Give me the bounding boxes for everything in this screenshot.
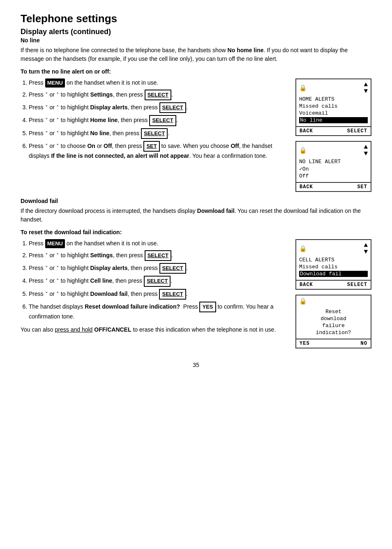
step-2-6: The handset displays Reset download fail…	[29, 302, 291, 321]
footer-back-2: BACK	[300, 184, 313, 190]
scroll-arrows-2: ▲▼	[364, 144, 368, 157]
phone-screen-3: 🔒 ▲▼ CELL ALERTS Missed calls Download f…	[295, 239, 371, 290]
set-key-1: SET	[143, 141, 159, 152]
menu-item-nla-title: NO LINE ALERT	[299, 159, 368, 165]
menu-item-failure: failure	[299, 323, 368, 329]
arrow-down-6: ˅	[45, 251, 48, 260]
yes-key: YES	[199, 302, 216, 312]
step-2-4: Press ˅ or ˄ to highlight Cell line, the…	[29, 276, 291, 286]
lock-icon-2: 🔒	[299, 147, 307, 155]
menu-items-3: CELL ALERTS Missed calls Download fail	[299, 257, 368, 277]
phone-footer-2: BACK SET	[296, 182, 371, 191]
arrow-up-4: ˄	[56, 129, 59, 138]
footer-select-1: SELECT	[347, 128, 367, 134]
scroll-arrows-3: ▲▼	[364, 242, 368, 255]
footer-back-1: BACK	[300, 128, 313, 134]
step-1-1: Press MENU on the handset when it is not…	[29, 78, 291, 88]
menu-item-indication: indication?	[299, 330, 368, 336]
arrow-up-5: ˄	[56, 142, 59, 150]
arrow-down-9: ˅	[45, 290, 48, 298]
select-key-7: SELECT	[144, 276, 171, 286]
menu-key-2: MENU	[45, 239, 65, 248]
footer-no-4: NO	[361, 341, 367, 346]
select-key-6: SELECT	[159, 263, 186, 274]
menu-item-missed-calls-2: Missed calls	[299, 264, 368, 270]
arrow-up-9: ˄	[56, 290, 59, 298]
arrow-up-6: ˄	[56, 251, 59, 260]
lock-icon-3: 🔒	[299, 245, 307, 253]
select-key-5: SELECT	[145, 250, 171, 261]
arrow-down-4: ˅	[45, 129, 48, 138]
step-2-2: Press ˅ or ˄ to highlight Settings, then…	[29, 250, 291, 261]
download-fail-description: If the directory download process is int…	[21, 207, 371, 224]
arrow-up-1: ˄	[56, 91, 59, 99]
phone-screen-2: 🔒 ▲▼ NO LINE ALERT ✓On Off BACK SET	[295, 141, 371, 192]
lock-icon-4: 🔒	[299, 298, 307, 305]
step-2-1: Press MENU on the handset when it is not…	[29, 239, 291, 248]
menu-items-1: HOME ALERTS Missed calls Voicemail No li…	[299, 96, 368, 123]
sub-title-no-line: No line	[21, 37, 371, 44]
off-cancel-key: OFF/CANCEL	[94, 326, 131, 333]
phone-screen-1: 🔒 ▲▼ HOME ALERTS Missed calls Voicemail …	[295, 78, 371, 136]
menu-item-voicemail: Voicemail	[299, 110, 368, 116]
section-title: Display alerts (continued)	[21, 28, 371, 36]
download-fail-instructions: Press MENU on the handset when it is not…	[21, 239, 291, 338]
arrow-up-7: ˄	[56, 264, 59, 272]
main-title: Telephone settings	[21, 12, 371, 25]
no-line-instructions: Press MENU on the handset when it is not…	[21, 78, 291, 165]
arrow-up-2: ˄	[56, 104, 59, 112]
arrow-up-3: ˄	[56, 116, 59, 125]
note-text: You can also press and hold OFF/CANCEL t…	[21, 325, 291, 334]
lock-icon-1: 🔒	[299, 84, 307, 92]
select-key-4: SELECT	[141, 128, 168, 139]
phone-footer-3: BACK SELECT	[296, 280, 371, 289]
select-key-3: SELECT	[149, 115, 176, 126]
page-number: 35	[21, 361, 371, 369]
download-fail-screens: 🔒 ▲▼ CELL ALERTS Missed calls Download f…	[295, 239, 371, 348]
steps-list-2: Press MENU on the handset when it is not…	[29, 239, 291, 321]
steps-list-1: Press MENU on the handset when it is not…	[29, 78, 291, 161]
select-key-8: SELECT	[159, 289, 186, 300]
footer-yes-4: YES	[300, 341, 310, 346]
no-line-screens: 🔒 ▲▼ HOME ALERTS Missed calls Voicemail …	[295, 78, 371, 192]
to-turn-heading: To turn the no line alert on or off:	[21, 67, 371, 76]
arrow-down-1: ˅	[45, 91, 48, 99]
select-key-2: SELECT	[159, 102, 186, 113]
menu-item-no-line: No line	[299, 117, 368, 123]
select-key-1: SELECT	[145, 90, 171, 100]
scroll-arrows-1: ▲▼	[364, 81, 368, 95]
menu-item-download: download	[299, 316, 368, 322]
step-1-4: Press ˅ or ˄ to highlight Home line, the…	[29, 115, 291, 126]
menu-item-home-alerts: HOME ALERTS	[299, 96, 368, 102]
menu-item-cell-alerts: CELL ALERTS	[299, 257, 368, 263]
no-line-section: Press MENU on the handset when it is not…	[21, 78, 371, 192]
download-fail-section: Press MENU on the handset when it is not…	[21, 239, 371, 348]
arrow-down-2: ˅	[45, 104, 48, 112]
arrow-down-5: ˅	[45, 142, 48, 150]
footer-select-3: SELECT	[347, 282, 367, 288]
menu-item-off: Off	[299, 173, 368, 179]
step-1-5: Press ˅ or ˄ to highlight No line, then …	[29, 128, 291, 139]
arrow-down-8: ˅	[45, 277, 48, 285]
menu-item-on: ✓On	[299, 166, 368, 172]
menu-item-reset: Reset	[299, 309, 368, 315]
press-hold-underline: press and hold	[55, 326, 93, 333]
no-home-line-term: No home line	[228, 47, 264, 53]
phone-footer-4: YES NO	[296, 339, 371, 348]
step-1-6: Press ˅ or ˄ to choose On or Off, then p…	[29, 141, 291, 161]
arrow-down-7: ˅	[45, 264, 48, 272]
menu-item-missed-calls: Missed calls	[299, 103, 368, 109]
step-1-2: Press ˅ or ˄ to highlight Settings, then…	[29, 90, 291, 100]
step-2-3: Press ˅ or ˄ to highlight Display alerts…	[29, 263, 291, 274]
menu-item-download-fail: Download fail	[299, 271, 368, 277]
download-fail-title: Download fail	[21, 198, 371, 204]
step-1-3: Press ˅ or ˄ to highlight Display alerts…	[29, 102, 291, 113]
menu-key: MENU	[45, 78, 65, 88]
footer-back-3: BACK	[300, 282, 313, 288]
footer-set-2: SET	[357, 184, 367, 190]
download-fail-term: Download fail	[197, 208, 235, 214]
phone-footer-1: BACK SELECT	[296, 126, 371, 135]
no-line-description: If there is no telephone line connected …	[21, 46, 371, 63]
phone-screen-4: 🔒 Reset download failure indication? YES…	[295, 295, 371, 348]
step-2-5: Press ˅ or ˄ to highlight Download fail,…	[29, 289, 291, 300]
